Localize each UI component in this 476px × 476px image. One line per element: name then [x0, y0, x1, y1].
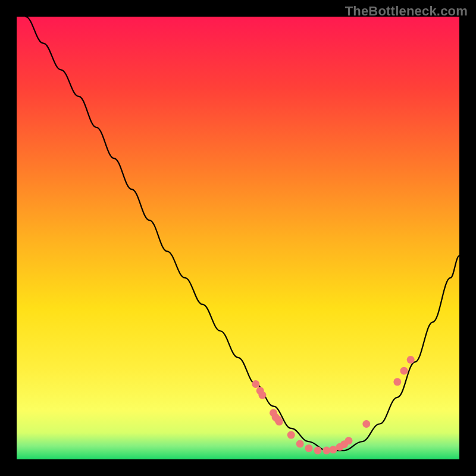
- data-point-marker: [407, 356, 415, 364]
- plot-area: [17, 17, 459, 459]
- data-point-marker: [329, 446, 337, 453]
- data-point-marker: [362, 420, 370, 428]
- data-point-marker: [314, 447, 321, 455]
- data-point-marker: [393, 378, 401, 386]
- data-point-marker: [322, 447, 330, 455]
- data-point-marker: [400, 367, 408, 375]
- data-point-marker: [345, 437, 353, 444]
- chart-frame: TheBottleneck.com: [0, 0, 476, 476]
- data-point-marker: [287, 431, 295, 439]
- data-point-marker: [296, 440, 304, 447]
- data-point-marker: [258, 392, 266, 399]
- data-point-marker: [275, 418, 283, 425]
- data-point-marker: [252, 380, 259, 388]
- chart-svg: [17, 17, 459, 459]
- gradient-background: [17, 17, 459, 459]
- data-point-marker: [305, 444, 313, 452]
